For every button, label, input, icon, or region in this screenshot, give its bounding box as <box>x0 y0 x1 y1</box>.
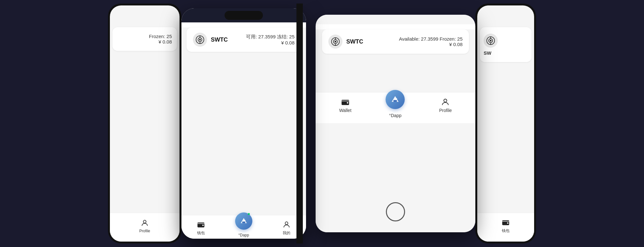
english-profile-label: Profile <box>439 108 452 113</box>
english-phone: SWTC Available: 27.3599 Frozen: 25 ¥ 0.0… <box>316 15 475 232</box>
chinese-value: ¥ 0.08 <box>246 40 295 45</box>
chinese-dapp-nav[interactable]: °Dapp <box>235 219 252 237</box>
chinese-available: 可用: 27.3599 冻结: 25 <box>246 34 295 40</box>
right-wallet-label: 钱包 <box>502 228 510 234</box>
left-partial-phone: Frozen: 25 ¥ 0.08 Profile <box>108 4 181 243</box>
svg-point-27 <box>507 222 508 224</box>
svg-point-7 <box>202 225 203 226</box>
english-available: Available: 27.3599 Frozen: 25 <box>399 36 463 42</box>
english-token-name: SWTC <box>346 38 363 45</box>
left-frozen-label: Frozen: 25 <box>149 34 172 39</box>
left-profile-icon <box>140 219 149 227</box>
left-profile-label: Profile <box>139 229 150 233</box>
english-token-left: SWTC <box>328 35 363 49</box>
chinese-token-name: SWTC <box>211 36 228 43</box>
chinese-dapp-dot <box>248 213 250 215</box>
chinese-wallet-label: 钱包 <box>197 230 205 236</box>
svg-point-19 <box>395 98 397 100</box>
right-token-partial: SW <box>484 50 491 56</box>
right-bottom-nav: 钱包 <box>477 213 534 242</box>
svg-point-10 <box>285 222 288 225</box>
svg-point-13 <box>334 41 336 42</box>
chinese-dapp-label: °Dapp <box>238 233 249 237</box>
chinese-phone: SWTC 可用: 27.3599 冻结: 25 ¥ 0.08 <box>181 8 306 239</box>
scene: Frozen: 25 ¥ 0.08 Profile <box>0 0 644 247</box>
android-home-button[interactable] <box>386 202 405 221</box>
left-partial-screen: Frozen: 25 ¥ 0.08 Profile <box>110 5 180 242</box>
left-profile-nav[interactable]: Profile <box>139 219 150 233</box>
chinese-token-right: 可用: 27.3599 冻结: 25 ¥ 0.08 <box>246 34 295 45</box>
svg-point-17 <box>347 102 348 104</box>
english-profile-icon <box>441 98 450 107</box>
left-bottom-nav: Profile <box>110 213 180 242</box>
english-dapp-icon-wrapper <box>386 90 405 109</box>
left-value: ¥ 0.08 <box>158 39 172 44</box>
right-partial-screen: SW 钱包 <box>477 5 534 242</box>
right-partial-phone: SW 钱包 <box>475 4 536 243</box>
chinese-bottom-nav: 钱包 °Dapp <box>181 215 306 239</box>
phones-wrapper: Frozen: 25 ¥ 0.08 Profile <box>108 4 536 243</box>
svg-point-20 <box>444 99 447 102</box>
english-wallet-label: Wallet <box>339 108 351 113</box>
english-bottom-nav: Wallet <box>316 92 475 123</box>
english-profile-nav[interactable]: Profile <box>439 98 452 113</box>
right-wallet-icon <box>501 218 510 227</box>
svg-rect-18 <box>394 100 397 102</box>
svg-point-3 <box>199 39 201 40</box>
chinese-profile-nav[interactable]: 我的 <box>282 220 291 236</box>
chinese-token-left: SWTC <box>193 33 228 47</box>
english-value: ¥ 0.08 <box>399 42 463 47</box>
chinese-dapp-icon-wrapper <box>235 212 252 230</box>
svg-point-23 <box>490 40 491 41</box>
chinese-wallet-icon <box>196 220 205 229</box>
chinese-profile-label: 我的 <box>283 230 290 236</box>
right-wallet-nav[interactable]: 钱包 <box>501 218 510 234</box>
svg-rect-8 <box>242 221 245 223</box>
english-wallet-icon <box>341 98 350 107</box>
english-token-right: Available: 27.3599 Frozen: 25 ¥ 0.08 <box>399 36 463 47</box>
svg-point-0 <box>143 220 146 223</box>
chinese-profile-icon <box>282 220 291 229</box>
chinese-wallet-nav[interactable]: 钱包 <box>196 220 205 236</box>
english-token-card: SWTC Available: 27.3599 Frozen: 25 ¥ 0.0… <box>322 29 469 54</box>
english-dapp-label: °Dapp <box>389 113 402 118</box>
chinese-token-card: SWTC 可用: 27.3599 冻结: 25 ¥ 0.08 <box>187 28 301 52</box>
english-swtc-icon <box>328 35 342 49</box>
right-swtc-icon <box>484 34 498 48</box>
english-dapp-nav[interactable]: °Dapp <box>386 98 405 118</box>
chinese-swtc-icon <box>193 33 207 47</box>
svg-point-9 <box>244 220 246 221</box>
english-wallet-nav[interactable]: Wallet <box>339 98 351 113</box>
